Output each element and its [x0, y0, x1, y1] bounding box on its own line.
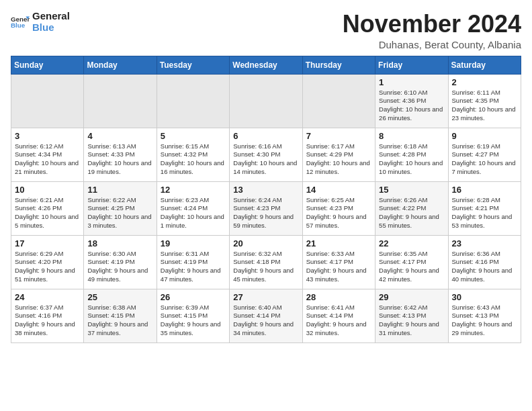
day-header-saturday: Saturday — [448, 56, 521, 74]
day-info: Sunrise: 6:16 AM Sunset: 4:30 PM Dayligh… — [233, 142, 298, 177]
logo: General Blue General Blue — [11, 11, 70, 33]
day-info: Sunrise: 6:12 AM Sunset: 4:34 PM Dayligh… — [15, 142, 80, 177]
day-number: 2 — [452, 77, 517, 87]
day-number: 16 — [452, 185, 517, 195]
calendar-table: SundayMondayTuesdayWednesdayThursdayFrid… — [11, 56, 521, 343]
calendar-cell: 20Sunrise: 6:32 AM Sunset: 4:18 PM Dayli… — [230, 235, 302, 289]
day-number: 28 — [306, 292, 371, 302]
calendar-cell: 17Sunrise: 6:29 AM Sunset: 4:20 PM Dayli… — [11, 235, 84, 289]
day-header-thursday: Thursday — [302, 56, 375, 74]
day-info: Sunrise: 6:40 AM Sunset: 4:14 PM Dayligh… — [233, 304, 298, 338]
day-header-monday: Monday — [84, 56, 157, 74]
day-info: Sunrise: 6:39 AM Sunset: 4:15 PM Dayligh… — [161, 304, 226, 338]
calendar-cell: 19Sunrise: 6:31 AM Sunset: 4:19 PM Dayli… — [157, 235, 229, 289]
day-info: Sunrise: 6:29 AM Sunset: 4:20 PM Dayligh… — [15, 250, 80, 284]
day-number: 6 — [233, 131, 298, 141]
day-info: Sunrise: 6:41 AM Sunset: 4:14 PM Dayligh… — [306, 304, 371, 338]
calendar-cell — [11, 74, 84, 128]
calendar-cell: 26Sunrise: 6:39 AM Sunset: 4:15 PM Dayli… — [157, 289, 229, 342]
day-number: 5 — [161, 131, 226, 141]
day-number: 14 — [306, 185, 371, 195]
day-number: 3 — [15, 131, 80, 141]
day-info: Sunrise: 6:17 AM Sunset: 4:29 PM Dayligh… — [306, 142, 371, 177]
day-info: Sunrise: 6:23 AM Sunset: 4:24 PM Dayligh… — [161, 196, 226, 230]
calendar-cell: 22Sunrise: 6:35 AM Sunset: 4:17 PM Dayli… — [375, 235, 448, 289]
calendar-cell: 21Sunrise: 6:33 AM Sunset: 4:17 PM Dayli… — [302, 235, 375, 289]
day-header-tuesday: Tuesday — [157, 56, 229, 74]
day-number: 1 — [379, 77, 444, 87]
day-info: Sunrise: 6:10 AM Sunset: 4:36 PM Dayligh… — [379, 89, 444, 123]
day-number: 26 — [161, 292, 226, 302]
calendar-cell: 7Sunrise: 6:17 AM Sunset: 4:29 PM Daylig… — [302, 128, 375, 181]
day-info: Sunrise: 6:30 AM Sunset: 4:19 PM Dayligh… — [87, 250, 152, 284]
calendar-cell — [302, 74, 375, 128]
day-info: Sunrise: 6:36 AM Sunset: 4:16 PM Dayligh… — [452, 250, 517, 284]
day-number: 24 — [15, 292, 80, 302]
day-number: 22 — [379, 238, 444, 248]
calendar-cell: 29Sunrise: 6:42 AM Sunset: 4:13 PM Dayli… — [375, 289, 448, 342]
calendar-cell: 2Sunrise: 6:11 AM Sunset: 4:35 PM Daylig… — [448, 74, 521, 128]
day-info: Sunrise: 6:33 AM Sunset: 4:17 PM Dayligh… — [306, 250, 371, 284]
day-number: 20 — [233, 238, 298, 248]
day-info: Sunrise: 6:13 AM Sunset: 4:33 PM Dayligh… — [87, 142, 152, 177]
calendar-header-row: SundayMondayTuesdayWednesdayThursdayFrid… — [11, 56, 521, 74]
day-header-friday: Friday — [375, 56, 448, 74]
day-number: 9 — [452, 131, 517, 141]
calendar-cell: 16Sunrise: 6:28 AM Sunset: 4:21 PM Dayli… — [448, 181, 521, 235]
calendar-cell: 15Sunrise: 6:26 AM Sunset: 4:22 PM Dayli… — [375, 181, 448, 235]
calendar-cell: 8Sunrise: 6:18 AM Sunset: 4:28 PM Daylig… — [375, 128, 448, 181]
calendar-cell: 12Sunrise: 6:23 AM Sunset: 4:24 PM Dayli… — [157, 181, 229, 235]
title-area: November 2024 Duhanas, Berat County, Alb… — [343, 11, 521, 50]
day-number: 4 — [87, 131, 152, 141]
day-header-wednesday: Wednesday — [230, 56, 302, 74]
calendar-cell: 30Sunrise: 6:43 AM Sunset: 4:13 PM Dayli… — [448, 289, 521, 342]
svg-text:Blue: Blue — [11, 21, 26, 29]
calendar-cell: 5Sunrise: 6:15 AM Sunset: 4:32 PM Daylig… — [157, 128, 229, 181]
day-info: Sunrise: 6:22 AM Sunset: 4:25 PM Dayligh… — [87, 196, 152, 230]
day-number: 19 — [161, 238, 226, 248]
day-info: Sunrise: 6:28 AM Sunset: 4:21 PM Dayligh… — [452, 196, 517, 230]
logo-line2: Blue — [32, 22, 70, 34]
logo-line1: General — [32, 11, 70, 22]
day-number: 13 — [233, 185, 298, 195]
day-info: Sunrise: 6:43 AM Sunset: 4:13 PM Dayligh… — [452, 304, 517, 338]
week-row-2: 10Sunrise: 6:21 AM Sunset: 4:26 PM Dayli… — [11, 181, 521, 235]
calendar-cell: 11Sunrise: 6:22 AM Sunset: 4:25 PM Dayli… — [84, 181, 157, 235]
day-info: Sunrise: 6:38 AM Sunset: 4:15 PM Dayligh… — [87, 304, 152, 338]
calendar-cell: 6Sunrise: 6:16 AM Sunset: 4:30 PM Daylig… — [230, 128, 302, 181]
day-info: Sunrise: 6:35 AM Sunset: 4:17 PM Dayligh… — [379, 250, 444, 284]
calendar-cell — [157, 74, 229, 128]
day-number: 30 — [452, 292, 517, 302]
day-number: 17 — [15, 238, 80, 248]
day-info: Sunrise: 6:42 AM Sunset: 4:13 PM Dayligh… — [379, 304, 444, 338]
calendar-cell: 23Sunrise: 6:36 AM Sunset: 4:16 PM Dayli… — [448, 235, 521, 289]
day-number: 11 — [87, 185, 152, 195]
week-row-3: 17Sunrise: 6:29 AM Sunset: 4:20 PM Dayli… — [11, 235, 521, 289]
day-info: Sunrise: 6:31 AM Sunset: 4:19 PM Dayligh… — [161, 250, 226, 284]
day-info: Sunrise: 6:18 AM Sunset: 4:28 PM Dayligh… — [379, 142, 444, 177]
calendar-cell: 28Sunrise: 6:41 AM Sunset: 4:14 PM Dayli… — [302, 289, 375, 342]
day-info: Sunrise: 6:25 AM Sunset: 4:23 PM Dayligh… — [306, 196, 371, 230]
day-number: 27 — [233, 292, 298, 302]
day-number: 21 — [306, 238, 371, 248]
calendar-cell: 3Sunrise: 6:12 AM Sunset: 4:34 PM Daylig… — [11, 128, 84, 181]
day-number: 15 — [379, 185, 444, 195]
calendar-cell — [230, 74, 302, 128]
calendar-cell: 14Sunrise: 6:25 AM Sunset: 4:23 PM Dayli… — [302, 181, 375, 235]
calendar-cell: 4Sunrise: 6:13 AM Sunset: 4:33 PM Daylig… — [84, 128, 157, 181]
calendar-cell: 18Sunrise: 6:30 AM Sunset: 4:19 PM Dayli… — [84, 235, 157, 289]
day-info: Sunrise: 6:37 AM Sunset: 4:16 PM Dayligh… — [15, 304, 80, 338]
day-info: Sunrise: 6:19 AM Sunset: 4:27 PM Dayligh… — [452, 142, 517, 177]
day-info: Sunrise: 6:26 AM Sunset: 4:22 PM Dayligh… — [379, 196, 444, 230]
day-info: Sunrise: 6:24 AM Sunset: 4:23 PM Dayligh… — [233, 196, 298, 230]
calendar-cell: 27Sunrise: 6:40 AM Sunset: 4:14 PM Dayli… — [230, 289, 302, 342]
day-info: Sunrise: 6:15 AM Sunset: 4:32 PM Dayligh… — [161, 142, 226, 177]
day-info: Sunrise: 6:21 AM Sunset: 4:26 PM Dayligh… — [15, 196, 80, 230]
calendar-cell — [84, 74, 157, 128]
day-number: 12 — [161, 185, 226, 195]
day-info: Sunrise: 6:32 AM Sunset: 4:18 PM Dayligh… — [233, 250, 298, 284]
day-number: 7 — [306, 131, 371, 141]
day-number: 18 — [87, 238, 152, 248]
week-row-4: 24Sunrise: 6:37 AM Sunset: 4:16 PM Dayli… — [11, 289, 521, 342]
day-number: 8 — [379, 131, 444, 141]
